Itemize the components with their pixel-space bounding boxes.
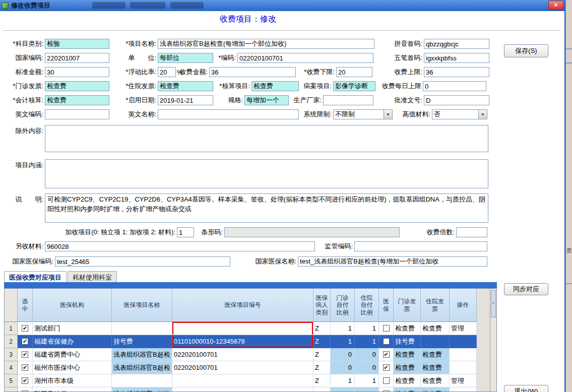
insurance-table-body: 1✔测试部门Z11检查费检查费管理2✔福建省保健办挂号费01101000010-… — [5, 322, 496, 392]
field-pinyin-code: 拼音首码: — [384, 38, 489, 49]
table-scrollbar[interactable]: ≡ — [490, 289, 496, 391]
checkbox-icon: ✔ — [22, 338, 28, 345]
charge-amount-label: 收费金额: — [177, 68, 208, 77]
column-header: 医 保 — [379, 289, 394, 322]
supervision-code-label: 监管编码: — [320, 242, 353, 251]
extra-material-input[interactable] — [45, 241, 315, 251]
inpatient-invoice-input[interactable] — [158, 81, 213, 91]
selected-checkbox[interactable]: ✔ — [18, 387, 33, 392]
table-row[interactable]: 6✔联网异地保浅表组织器官B超检022020100701Z00✔检查费检查费 — [5, 387, 478, 392]
high-value-select[interactable]: 否▼ — [432, 109, 487, 119]
accounting-input[interactable] — [45, 95, 109, 105]
checkbox-icon: ✔ — [22, 377, 28, 384]
scrollbar-thumb[interactable]: ≡ — [491, 290, 496, 317]
project-name-input[interactable] — [158, 39, 374, 49]
save-button[interactable]: 保存(S) — [504, 44, 548, 57]
supervision-code-input[interactable] — [354, 241, 487, 251]
code-input[interactable] — [237, 53, 373, 63]
selected-checkbox[interactable]: ✔ — [18, 361, 33, 374]
sync-button[interactable]: 同步对应 — [504, 283, 548, 295]
field-system-limit: 系统限制:不限制▼ — [300, 109, 393, 120]
record-item-input[interactable] — [333, 81, 375, 91]
pinyin-code-input[interactable] — [424, 39, 489, 49]
insurance-checkbox[interactable]: ✔ — [379, 387, 394, 392]
column-header: 门诊 自付 比例 — [331, 289, 355, 322]
start-date-input[interactable] — [158, 95, 213, 105]
system-limit-select[interactable]: 不限制▼ — [333, 109, 393, 119]
inpatient-invoice-cell: 检查费 — [421, 322, 450, 335]
table-row[interactable]: 3✔福建省两费中心浅表组织器官B超检022020100701Z00✔检查费检查费 — [5, 348, 478, 361]
insurance-checkbox[interactable]: ✔ — [379, 361, 394, 374]
field-project-name: *项目名称: — [115, 38, 374, 49]
tab-material-usage-dept[interactable]: 耗材使用科室 — [68, 271, 117, 282]
charge-amount-input[interactable] — [209, 67, 296, 77]
charge-multiple-input[interactable] — [456, 227, 487, 237]
standard-amount-input[interactable] — [45, 67, 109, 77]
background-divider — [566, 48, 572, 49]
table-row[interactable]: 4✔福州市医保中心浅表组织器官B超检022020100701Z00✔检查费检查费 — [5, 361, 478, 374]
field-inpatient-invoice: *住院发票: — [115, 81, 213, 92]
row-number: 6 — [5, 387, 18, 392]
english-code-input[interactable] — [45, 109, 109, 119]
inpatient-invoice-cell: 检查费 — [421, 348, 450, 361]
selected-checkbox[interactable]: ✔ — [18, 374, 33, 387]
daily-limit-input[interactable] — [423, 81, 486, 91]
accounting-item-input[interactable] — [251, 81, 299, 91]
background-divider — [566, 283, 572, 284]
tab-insurance-charge-mapping[interactable]: 医保收费对应项目 — [4, 271, 67, 282]
selected-checkbox[interactable]: ✔ — [18, 322, 33, 335]
outpatient-invoice-input[interactable] — [45, 81, 109, 91]
close-button[interactable]: × — [548, 1, 563, 10]
national-insurance-code-input[interactable] — [55, 256, 230, 267]
connotation-textarea[interactable] — [45, 159, 488, 188]
dialog-titlebar[interactable]: 修改收费项目 × — [0, 0, 564, 11]
field-national-insurance-code: 国家医保编码: — [4, 256, 230, 267]
exit-button[interactable]: 退出(W) — [504, 385, 548, 392]
selected-checkbox[interactable]: ✔ — [18, 348, 33, 361]
barcode-label: 条形码: — [198, 228, 223, 237]
column-header: 操作 — [450, 289, 477, 322]
row-number: 1 — [5, 322, 18, 335]
chevron-down-icon[interactable]: ▼ — [478, 110, 487, 119]
approval-no-input[interactable] — [424, 95, 489, 105]
insurance-checkbox[interactable] — [379, 374, 394, 387]
system-limit-value: 不限制 — [334, 110, 384, 119]
barcode-input[interactable] — [224, 227, 400, 237]
english-name-input[interactable] — [158, 109, 299, 119]
national-insurance-name-input[interactable] — [298, 256, 487, 267]
description-textarea[interactable]: 可检测CYP2C9、CYP2C19、CYP2D6、CYP3A4基因等。样本采集、… — [45, 193, 488, 223]
unit-input[interactable] — [158, 53, 213, 63]
charge-upper-input[interactable] — [424, 67, 489, 77]
manufacturer-input[interactable] — [323, 95, 373, 105]
field-english-code: 英文编码: — [4, 109, 109, 120]
row-number: 2 — [5, 335, 18, 348]
outpatient-ratio-cell: 0 — [331, 361, 355, 374]
insurance-checkbox[interactable] — [379, 322, 394, 335]
field-exclusions: 除外内容: — [4, 125, 488, 152]
field-accounting: *会计核算: — [4, 95, 109, 106]
table-row[interactable]: 5✔湖州市市本级Z11检查费检查费管理 — [5, 374, 478, 387]
float-ratio-input[interactable] — [158, 67, 176, 77]
spec-input[interactable] — [244, 95, 289, 105]
charge-lower-input[interactable] — [336, 67, 372, 77]
field-approval-no: 批准文号: — [384, 95, 489, 106]
insurance-checkbox[interactable]: ✔ — [379, 348, 394, 361]
table-row[interactable]: 2✔福建省保健办挂号费01101000010-12345678Z11挂号费 — [5, 335, 478, 348]
table-row[interactable]: 1✔测试部门Z11检查费检查费管理 — [5, 322, 478, 335]
chevron-down-icon[interactable]: ▼ — [384, 110, 392, 119]
insurance-checkbox[interactable] — [379, 335, 394, 348]
operation-cell — [450, 361, 477, 374]
selected-checkbox[interactable]: ✔ — [18, 335, 33, 348]
name-cell — [112, 374, 172, 387]
form-heading: 收费项目：修改 — [0, 14, 496, 25]
subject-category-input[interactable] — [45, 39, 109, 49]
field-charge-upper: 收费上限: — [384, 67, 489, 78]
operation-cell: 管理 — [450, 374, 477, 387]
exclusions-textarea[interactable] — [45, 125, 488, 152]
checkbox-icon: ✔ — [22, 364, 28, 371]
wubi-code-input[interactable] — [424, 53, 489, 63]
org-cell: 测试部门 — [33, 322, 112, 335]
surcharge-input[interactable] — [177, 227, 194, 237]
field-accounting-item: *核算项目: — [214, 81, 299, 92]
national-code-input[interactable] — [45, 53, 109, 63]
